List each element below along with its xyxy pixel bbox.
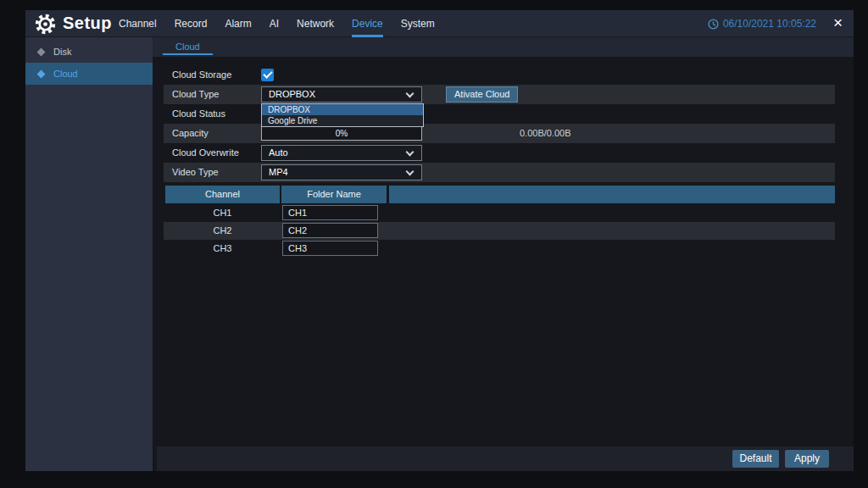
footer-bar: Default Apply bbox=[157, 446, 854, 471]
video-type-value: MP4 bbox=[269, 167, 288, 177]
video-type-label: Video Type bbox=[172, 163, 219, 182]
capacity-progress-bar: 0% bbox=[261, 125, 422, 141]
cloud-overwrite-label: Cloud Overwrite bbox=[172, 143, 239, 163]
sidebar-item-label: Cloud bbox=[53, 69, 78, 79]
cloud-overwrite-value: Auto bbox=[269, 147, 288, 158]
datetime-text: 06/10/2021 10:05:22 bbox=[723, 18, 816, 30]
cloud-status-label: Cloud Status bbox=[172, 104, 225, 124]
row-cloud-overwrite: Cloud Overwrite Auto bbox=[164, 143, 835, 163]
menu-item-alarm[interactable]: Alarm bbox=[225, 10, 251, 37]
clock-icon bbox=[708, 19, 719, 30]
settings-gear-icon bbox=[34, 13, 57, 39]
main-menu: Channel Record Alarm AI Network Device S… bbox=[119, 10, 435, 37]
table-row: CH2 bbox=[164, 222, 835, 240]
menu-item-device[interactable]: Device bbox=[352, 10, 383, 37]
cloud-type-label: Cloud Type bbox=[172, 85, 219, 104]
menu-item-ai[interactable]: AI bbox=[270, 10, 279, 37]
sidebar-item-cloud[interactable]: Cloud bbox=[25, 63, 153, 85]
cloud-type-value: DROPBOX bbox=[269, 89, 315, 99]
apply-button[interactable]: Apply bbox=[785, 450, 829, 468]
cloud-type-select[interactable]: DROPBOX bbox=[261, 86, 422, 103]
cloud-diamond-icon bbox=[37, 69, 46, 78]
menu-item-record[interactable]: Record bbox=[175, 10, 208, 37]
cloud-storage-checkbox[interactable] bbox=[261, 69, 274, 81]
sidebar-item-disk[interactable]: Disk bbox=[25, 41, 153, 63]
table-row: CH3 bbox=[164, 240, 835, 258]
dropdown-option-dropbox[interactable]: DROPBOX bbox=[262, 104, 423, 115]
menu-item-channel[interactable]: Channel bbox=[119, 10, 157, 37]
dropdown-option-google-drive[interactable]: Google Drive bbox=[262, 115, 423, 126]
table-row: CH1 bbox=[164, 204, 835, 222]
sidebar-item-label: Disk bbox=[53, 47, 71, 57]
folder-name-input-ch2[interactable] bbox=[282, 223, 378, 238]
close-icon[interactable]: × bbox=[833, 10, 843, 37]
cloud-type-dropdown-list: DROPBOX Google Drive bbox=[261, 103, 424, 127]
folder-name-input-ch3[interactable] bbox=[282, 241, 378, 256]
video-type-select[interactable]: MP4 bbox=[261, 164, 422, 180]
chevron-down-icon bbox=[406, 148, 415, 157]
table-header-channel: Channel bbox=[165, 186, 280, 203]
cloud-storage-label: Cloud Storage bbox=[172, 65, 231, 85]
menu-item-network[interactable]: Network bbox=[297, 10, 334, 37]
table-header-spacer bbox=[389, 186, 835, 203]
folder-name-input-ch1[interactable] bbox=[282, 205, 378, 220]
row-cloud-storage: Cloud Storage bbox=[164, 65, 835, 85]
screen: Setup Channel Record Alarm AI Network De… bbox=[0, 0, 868, 488]
tab-bar: Cloud bbox=[153, 37, 854, 57]
main-content: Cloud Cloud Storage Cloud Type DROPBOX A… bbox=[153, 37, 854, 471]
datetime-display: 06/10/2021 10:05:22 bbox=[708, 10, 816, 37]
default-button[interactable]: Default bbox=[732, 450, 779, 468]
activate-cloud-button[interactable]: Ativate Cloud bbox=[446, 86, 518, 103]
disk-diamond-icon bbox=[37, 47, 46, 56]
sidebar: Disk Cloud bbox=[25, 37, 153, 471]
menu-item-system[interactable]: System bbox=[401, 10, 435, 37]
top-bar: Setup Channel Record Alarm AI Network De… bbox=[25, 10, 854, 37]
channel-label: CH1 bbox=[165, 204, 280, 222]
table-header-folder-name: Folder Name bbox=[281, 186, 387, 203]
chevron-down-icon bbox=[406, 90, 415, 98]
capacity-usage-text: 0.00B/0.00B bbox=[520, 124, 571, 143]
cloud-overwrite-select[interactable]: Auto bbox=[261, 145, 422, 161]
channel-label: CH3 bbox=[165, 240, 280, 258]
chevron-down-icon bbox=[406, 168, 415, 176]
channel-label: CH2 bbox=[165, 222, 280, 240]
row-cloud-type: Cloud Type DROPBOX Ativate Cloud bbox=[164, 85, 835, 104]
row-video-type: Video Type MP4 bbox=[164, 163, 835, 182]
capacity-label: Capacity bbox=[172, 124, 209, 143]
page-title: Setup bbox=[63, 14, 112, 33]
tab-cloud[interactable]: Cloud bbox=[163, 37, 213, 55]
